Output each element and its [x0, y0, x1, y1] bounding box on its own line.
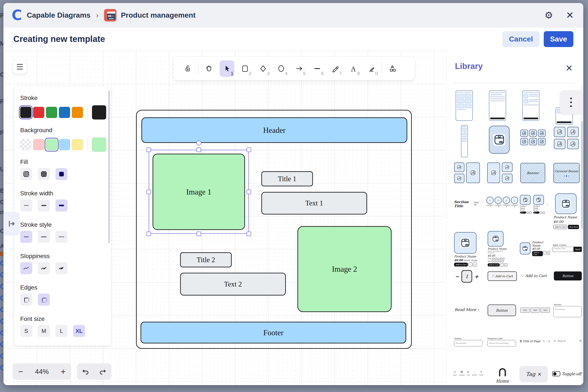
library-item-add-to-cart-outline-button[interactable]: ♡ Add to Cart: [488, 272, 517, 281]
library-item-checkout-page[interactable]: [489, 90, 506, 121]
library-item-add-to-cart-text[interactable]: ♡ Add to Cart: [521, 274, 547, 278]
background-color-pink[interactable]: [33, 139, 44, 150]
image1-shape[interactable]: Image 1: [152, 154, 245, 230]
library-item-banner[interactable]: Banner: [520, 163, 545, 183]
library-item-section-title[interactable]: Section Title View all ›: [454, 200, 481, 208]
library-item-product-card-discount[interactable]: Product Name $0.00 $0.00 5% off Add to C…: [454, 232, 482, 266]
library-item-textbox[interactable]: TextBox Placeholder: [454, 338, 482, 346]
settings-gear-icon[interactable]: ⚙: [543, 10, 554, 20]
stroke-style-solid-button[interactable]: [20, 231, 32, 243]
edges-sharp-button[interactable]: [20, 294, 32, 306]
footer-shape[interactable]: Footer: [140, 322, 406, 344]
library-item-category-circles[interactable]: ♂Category 1 ♀Category 2 ♂Category 3 ♀Cat…: [486, 197, 514, 208]
properties-scrollbar[interactable]: [108, 90, 110, 243]
fill-solid-button[interactable]: [56, 168, 68, 180]
sloppiness-cartoonist-button[interactable]: [56, 262, 68, 274]
draw-tool[interactable]: 7: [326, 58, 344, 79]
library-scrollbar-thumb[interactable]: [581, 122, 583, 229]
stroke-width-bold-button[interactable]: [38, 200, 50, 212]
library-item-gallery-left[interactable]: [454, 162, 480, 183]
library-scrollbar-track[interactable]: [581, 85, 583, 382]
arrow-tool[interactable]: 5: [290, 58, 308, 79]
library-item-quantity-stepper[interactable]: − 1 +: [455, 270, 478, 282]
undo-icon[interactable]: [82, 368, 90, 376]
library-item-textarea[interactable]: TextArea Placeholder: [554, 304, 582, 317]
lock-tool[interactable]: [179, 58, 197, 79]
stroke-width-extrabold-button[interactable]: [56, 200, 68, 212]
stroke-style-dotted-button[interactable]: [56, 231, 68, 243]
font-size-s-button[interactable]: S: [20, 325, 32, 337]
library-item-landing-page[interactable]: [461, 125, 468, 157]
resize-handle-n[interactable]: [197, 148, 201, 152]
resize-handle-e[interactable]: [247, 190, 251, 194]
stroke-width-thin-button[interactable]: [20, 200, 32, 212]
library-item-cart-page[interactable]: [522, 90, 540, 121]
text-tool[interactable]: A 8: [344, 58, 362, 79]
zoom-out-button[interactable]: −: [18, 367, 23, 376]
text1-shape[interactable]: Text 1: [261, 192, 367, 214]
background-color-blue[interactable]: [59, 139, 70, 150]
library-item-gallery-right[interactable]: [487, 162, 514, 183]
library-options-kebab-button[interactable]: [560, 90, 582, 114]
library-item-apply-coupon[interactable]: Apply Coupon Coupon Code Apply: [552, 244, 582, 252]
library-item-carousel-banner[interactable]: Carousel Banner: [554, 163, 580, 183]
library-item-product-card-detailed[interactable]: Product Name Short description of produc…: [488, 231, 515, 266]
library-item-black-button[interactable]: Button: [554, 272, 582, 280]
selection-tool[interactable]: 1: [218, 58, 236, 79]
zoom-in-button[interactable]: +: [61, 367, 66, 376]
resize-handle-ne[interactable]: [247, 148, 251, 152]
library-item-image-grid-2x2[interactable]: [554, 127, 579, 149]
rotate-handle[interactable]: [196, 140, 201, 146]
library-item-home-icon[interactable]: Home: [491, 366, 514, 384]
library-item-tag-chip[interactable]: Tag ×: [520, 366, 548, 382]
library-item-product-image-large[interactable]: [489, 126, 510, 154]
breadcrumb-app-name[interactable]: Capable Diagrams: [27, 11, 90, 19]
menu-button[interactable]: [13, 60, 27, 74]
library-item-category-page[interactable]: [456, 90, 473, 121]
diamond-tool[interactable]: 3: [254, 58, 272, 79]
sloppiness-artist-button[interactable]: [38, 262, 50, 274]
save-button[interactable]: Save: [544, 31, 574, 47]
library-item-image-grid-2x3[interactable]: [520, 130, 546, 145]
background-color-transparent[interactable]: [20, 139, 32, 150]
background-color-green[interactable]: [46, 139, 57, 150]
resize-handle-w[interactable]: [146, 190, 151, 194]
library-item-light-button[interactable]: Button: [488, 304, 516, 316]
header-shape[interactable]: Header: [142, 117, 407, 143]
rectangle-tool[interactable]: 2: [236, 58, 254, 79]
sloppiness-architect-button[interactable]: [20, 262, 32, 274]
library-item-read-more-link[interactable]: Read More ›: [454, 307, 479, 312]
library-item-dropdown[interactable]: Dropdown Label Please Pick Anything ˇ: [487, 338, 516, 346]
library-item-product-card-horizontal[interactable]: Product Name $0.00 Add to Cart ♡: [520, 241, 550, 256]
resize-handle-sw[interactable]: [146, 232, 151, 236]
drawing-canvas[interactable]: 1 2 3 4 5 6 7: [4, 50, 446, 385]
library-item-search-bar[interactable]: Search: [554, 340, 582, 342]
fill-hachure-button[interactable]: [20, 168, 32, 180]
image2-shape[interactable]: Image 2: [298, 226, 392, 312]
close-icon[interactable]: ✕: [564, 10, 575, 20]
title1-shape[interactable]: Title 1: [261, 171, 313, 186]
stroke-current-color[interactable]: [92, 105, 106, 120]
stroke-color-blue[interactable]: [59, 107, 70, 118]
stroke-color-red[interactable]: [33, 107, 44, 118]
breadcrumb-doc-name[interactable]: Product management: [121, 11, 196, 19]
library-close-icon[interactable]: ✕: [564, 63, 574, 73]
library-item-toggle-off[interactable]: Toggle-off: [552, 371, 581, 376]
line-tool[interactable]: 6: [308, 58, 326, 79]
library-item-bottom-nav[interactable]: Home Category Cart ♡Wishlist Profile: [453, 370, 483, 376]
library-item-app-bar[interactable]: Title of Page ♡: [520, 340, 550, 343]
more-shapes-tool[interactable]: [384, 58, 402, 79]
resize-handle-nw[interactable]: [146, 148, 151, 152]
text2-shape[interactable]: Text 2: [180, 273, 286, 296]
stroke-style-dashed-button[interactable]: [38, 231, 50, 243]
background-current-color[interactable]: [92, 138, 106, 152]
stroke-color-black[interactable]: [20, 107, 32, 118]
hand-tool[interactable]: [200, 58, 218, 79]
zoom-level[interactable]: 44%: [35, 368, 49, 376]
ellipse-tool[interactable]: 4: [272, 58, 290, 79]
app-logo[interactable]: C: [12, 8, 22, 22]
library-item-product-card-pair[interactable]: Product Name $0.00 Add to Cart Product N…: [520, 195, 548, 214]
library-item-product-card-large[interactable]: Product Name $0.00 Add to Cart Buy Now: [554, 194, 581, 229]
font-size-l-button[interactable]: L: [56, 325, 68, 337]
expand-sidebar-tab[interactable]: [4, 212, 20, 235]
